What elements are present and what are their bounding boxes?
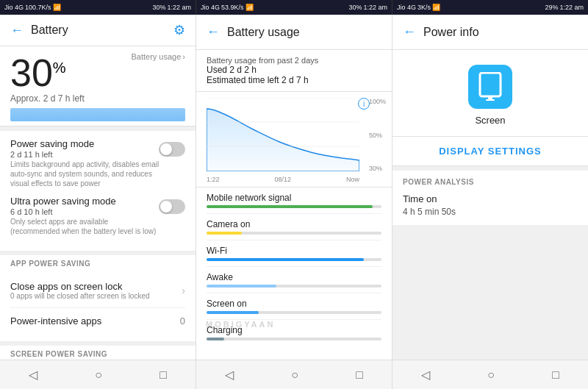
usage-subtext: Battery usage from past 2 days xyxy=(207,56,381,65)
ultra-power-saving-toggle[interactable] xyxy=(159,199,185,214)
carrier-2: Jio 4G xyxy=(201,4,220,11)
nav-home-3[interactable]: ○ xyxy=(480,365,502,385)
app-power-saving-section: APP POWER SAVING Close apps on screen lo… xyxy=(0,255,196,341)
nav-recent-2[interactable]: □ xyxy=(348,365,370,385)
battery-title: Battery xyxy=(31,24,166,37)
settings-icon[interactable]: ⚙ xyxy=(173,22,185,38)
power-info-header: ← Power info xyxy=(392,15,588,50)
nav-home-1[interactable]: ○ xyxy=(87,365,110,385)
back-button-1[interactable]: ← xyxy=(10,23,24,38)
percent-sign: % xyxy=(53,60,66,76)
icons-3: 📶 xyxy=(432,4,440,11)
battery-text-3: 29% xyxy=(545,4,558,11)
battery-text-2: 30% xyxy=(348,4,362,11)
screen-power-saving-section: SCREEN POWER SAVING Low resolution power… xyxy=(0,346,196,360)
speed-2: 53.9K/s xyxy=(221,4,244,11)
battery-usage-link[interactable]: Battery usage › xyxy=(131,52,185,61)
usage-row-0: Mobile network signal xyxy=(207,188,381,214)
usage-row-5: Charging xyxy=(207,320,381,346)
back-button-2[interactable]: ← xyxy=(207,24,220,40)
status-left-2: Jio 4G 53.9K/s 📶 xyxy=(201,4,254,11)
screen-svg-icon xyxy=(478,72,502,101)
close-apps-chevron: › xyxy=(182,285,185,296)
usage-label-0: Mobile network signal xyxy=(207,193,381,203)
time-1: 1:22 am xyxy=(167,4,191,11)
screen-label: Screen xyxy=(475,115,505,126)
x-label-mid: 08/12 xyxy=(274,176,291,183)
power-info-panel: ← Power info Screen DISPLAY SETTINGS POW… xyxy=(392,15,588,360)
battery-percentage-block: Battery usage › 30% Approx. 2 d 7 h left xyxy=(0,46,196,126)
close-apps-item[interactable]: Close apps on screen lock 0 apps will be… xyxy=(10,274,185,308)
usage-bar-fill-0 xyxy=(207,205,373,208)
usage-row-1: Camera on xyxy=(207,214,381,240)
usage-bar-track-0 xyxy=(207,205,381,208)
power-saving-toggle[interactable] xyxy=(159,142,185,157)
nav-home-2[interactable]: ○ xyxy=(284,365,306,385)
info-icon[interactable]: i xyxy=(358,98,370,110)
app-power-saving-title: APP POWER SAVING xyxy=(10,260,185,268)
power-saving-desc: Limits background app activity, disables… xyxy=(10,160,159,188)
battery-wave xyxy=(10,108,185,121)
ultra-power-saving-time: 6 d 10 h left xyxy=(10,207,116,216)
usage-label-4: Screen on xyxy=(207,299,381,309)
status-left-3: Jio 4G 3K/s 📶 xyxy=(397,4,440,11)
power-saving-section: Power saving mode 2 d 11 h left Limits b… xyxy=(0,131,196,251)
usage-row-2: Wi-Fi xyxy=(207,240,381,267)
power-intensive-item[interactable]: Power-intensive apps 0 xyxy=(10,308,185,334)
ultra-power-saving-mode: Ultra power saving mode 6 d 10 h left On… xyxy=(10,196,185,236)
time-on-value: 4 h 5 min 50s xyxy=(403,207,456,217)
nav-back-1[interactable]: ◁ xyxy=(21,365,45,385)
panels-container: ← Battery ⚙ Battery usage › 30% Approx. … xyxy=(0,15,588,360)
usage-bar-fill-3 xyxy=(207,285,276,288)
x-label-start: 1:22 xyxy=(207,176,220,183)
icons-1: 📶 xyxy=(53,4,61,11)
chart-label-top: 100% xyxy=(369,98,386,105)
usage-bar-track-1 xyxy=(207,232,381,235)
status-left-1: Jio 4G 100.7K/s 📶 xyxy=(4,4,61,11)
x-label-now: Now xyxy=(346,176,359,183)
usage-header: ← Battery usage xyxy=(196,15,392,50)
chart-label-low: 30% xyxy=(369,165,386,172)
power-saving-time: 2 d 11 h left xyxy=(10,150,94,159)
nav-back-3[interactable]: ◁ xyxy=(414,365,437,385)
power-intensive-count: 0 xyxy=(180,315,185,326)
usage-bar-track-4 xyxy=(207,311,381,314)
speed-1: 100.7K/s xyxy=(25,4,51,11)
power-saving-name: Power saving mode xyxy=(10,138,94,149)
used-line: Used 2 d 2 h xyxy=(207,65,381,75)
power-saving-mode: Power saving mode 2 d 11 h left Limits b… xyxy=(10,138,185,188)
usage-subheader: Battery usage from past 2 days Used 2 d … xyxy=(196,50,392,92)
nav-back-2[interactable]: ◁ xyxy=(218,365,241,385)
usage-row-4: Screen on xyxy=(207,293,381,320)
svg-rect-4 xyxy=(480,73,501,96)
carrier-1: Jio 4G xyxy=(4,4,24,11)
usage-bar-track-2 xyxy=(207,258,381,261)
screen-icon-box xyxy=(468,65,512,109)
chart-labels-right: 100% 50% 30% xyxy=(369,98,386,172)
usage-list: Mobile network signalCamera onWi-FiAwake… xyxy=(196,188,392,360)
usage-bar-track-3 xyxy=(207,285,381,288)
svg-rect-6 xyxy=(486,99,495,101)
back-button-3[interactable]: ← xyxy=(403,24,416,40)
nav-recent-3[interactable]: □ xyxy=(545,365,567,385)
status-right-1: 30% 1:22 am xyxy=(152,4,191,11)
nav-recent-1[interactable]: □ xyxy=(152,365,174,385)
time-on-row: Time on 4 h 5 min 50s xyxy=(403,193,578,218)
display-settings-button[interactable]: DISPLAY SETTINGS xyxy=(392,137,588,166)
time-3: 1:22 am xyxy=(559,4,584,11)
nav-panel-3: ◁ ○ □ xyxy=(392,360,588,389)
usage-bar-fill-5 xyxy=(207,338,224,340)
time-on-label: Time on xyxy=(403,193,578,204)
battery-approx: Approx. 2 d 7 h left xyxy=(10,93,185,104)
usage-label-3: Awake xyxy=(207,272,381,282)
chart-label-mid: 50% xyxy=(369,132,386,139)
time-2: 1:22 am xyxy=(363,4,387,11)
battery-chart: i 100% 50% 30% xyxy=(196,92,392,188)
carrier-3: Jio 4G xyxy=(397,4,416,11)
screen-power-saving-title: SCREEN POWER SAVING xyxy=(10,350,185,358)
power-analysis-section: POWER ANALYSIS Time on 4 h 5 min 50s xyxy=(392,171,588,225)
ultra-power-saving-desc: Only select apps are available (recommen… xyxy=(10,217,159,236)
nav-bars: ◁ ○ □ ◁ ○ □ ◁ ○ □ xyxy=(0,360,588,389)
chart-x-labels: 1:22 08/12 Now xyxy=(207,176,381,183)
usage-bar-fill-2 xyxy=(207,258,364,261)
